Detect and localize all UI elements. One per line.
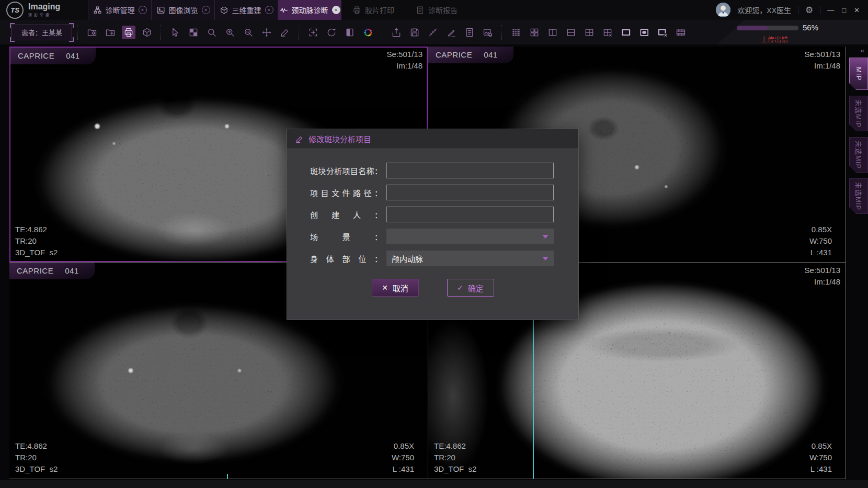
filmstrip-icon <box>676 27 686 38</box>
series-tab: CAPRICE041 <box>9 263 95 279</box>
nav-tab-label: 诊断管理 <box>106 5 135 15</box>
upload-percent: 56% <box>803 23 818 32</box>
report-doc-button[interactable] <box>463 26 476 39</box>
cancel-label: 取消 <box>393 282 408 293</box>
overlay-se: Se:501/13 <box>387 49 422 60</box>
dialog-title: 修改斑块分析项目 <box>309 133 371 144</box>
nav-tab-4[interactable]: 颈动脉诊断× <box>278 0 341 20</box>
patient-chip[interactable]: 患者：王某某 <box>12 25 72 40</box>
overlay-tr: TR:20 <box>15 235 58 247</box>
series-image-info: Se:501/13Im:1/48 <box>805 265 840 288</box>
corner-bracket <box>10 23 15 28</box>
image-export-button[interactable] <box>481 26 495 39</box>
close-button[interactable]: ✕ <box>854 7 860 14</box>
nav-tab-5[interactable]: 胶片打印 <box>341 0 405 20</box>
magnifier-button[interactable] <box>205 26 219 39</box>
avatar[interactable] <box>716 3 730 17</box>
toolbar-divider <box>501 25 502 40</box>
nav-tab-2[interactable]: 图像浏览× <box>151 0 214 20</box>
rotate-3d-button[interactable] <box>325 26 338 39</box>
layout-quad-button[interactable] <box>583 26 596 39</box>
nav-tab-label: 诊断报告 <box>428 5 458 15</box>
add-study-icon <box>105 27 116 38</box>
nav-tab-label: 颈动脉诊断 <box>292 5 328 15</box>
scene-select[interactable] <box>386 229 554 244</box>
mip-tab-4[interactable]: 未选MIP <box>849 178 868 214</box>
series-modality: CAPRICE <box>18 51 54 60</box>
image-export-icon <box>483 27 493 38</box>
mip-tab-2[interactable]: 未选MIP <box>849 96 868 131</box>
layout-rows-icon <box>566 27 576 38</box>
overlay-ellipse-button[interactable] <box>637 26 651 39</box>
layout-remove-button[interactable] <box>601 26 614 39</box>
overlay-remove-button[interactable] <box>656 26 669 39</box>
add-study-button[interactable] <box>104 26 117 39</box>
settings-gear-icon[interactable]: ⚙ <box>805 6 813 15</box>
mip-tab-label: 未选MIP <box>854 141 864 169</box>
open-study-button[interactable] <box>85 26 99 39</box>
measure-mark-button[interactable] <box>444 26 458 39</box>
zoom-2x-button[interactable]: ×2 <box>242 26 255 39</box>
nav-tab-label: 胶片打印 <box>365 5 394 15</box>
measure-line-button[interactable] <box>426 26 440 39</box>
layout-grid-button[interactable] <box>509 26 523 39</box>
layout-rows-button[interactable] <box>564 26 578 39</box>
volume-3d-button[interactable] <box>140 26 154 39</box>
layout-columns-button[interactable] <box>546 26 559 39</box>
annotate-button[interactable] <box>278 26 292 39</box>
mip-tab-3[interactable]: 未选MIP <box>849 137 868 173</box>
maximize-button[interactable]: □ <box>842 7 846 14</box>
pan-button[interactable] <box>260 26 273 39</box>
save-button[interactable] <box>408 26 421 39</box>
export-button[interactable] <box>390 26 403 39</box>
report-doc-icon <box>464 27 475 38</box>
color-wheel-button[interactable] <box>361 26 375 39</box>
toolbar-divider <box>382 25 383 40</box>
mip-tab-list: MIP未选MIP未选MIP未选MIP <box>847 58 868 214</box>
toolbar: 患者：王某某 ×2 56% 上传出错 <box>0 20 868 45</box>
nav-tab-3[interactable]: 三维重建× <box>214 0 278 20</box>
overlay-rect-button[interactable] <box>619 26 633 39</box>
confirm-button[interactable]: ✓ 确定 <box>447 279 494 297</box>
annotate-icon <box>280 27 290 38</box>
zoom-in-button[interactable] <box>223 26 237 39</box>
project-file-path-input[interactable] <box>386 185 554 200</box>
cube-icon <box>220 6 229 15</box>
dialog-titlebar: 修改斑块分析项目 <box>287 129 578 149</box>
mip-tab-label: 未选MIP <box>854 99 864 128</box>
creator-input[interactable] <box>386 207 554 222</box>
window-preset-button[interactable] <box>187 26 200 39</box>
toolbar-divider <box>77 25 78 40</box>
print-icon <box>352 6 361 15</box>
tab-close-icon[interactable]: × <box>265 6 273 14</box>
user-area: 欢迎您，XX医生 ⚙ —□✕ <box>716 0 868 20</box>
layout-2x2-button[interactable] <box>528 26 541 39</box>
nav-tab-1[interactable]: 诊断管理× <box>88 0 151 20</box>
tab-close-icon[interactable]: × <box>139 6 147 14</box>
project-file-path-label: 项目文件路径： <box>310 187 382 198</box>
frame-add-button[interactable] <box>306 26 320 39</box>
collapse-rail-icon[interactable]: « <box>847 47 868 54</box>
overlay-remove-icon <box>657 27 668 38</box>
svg-text:×2: ×2 <box>246 30 249 33</box>
body-part-select[interactable]: 颅内动脉 <box>386 251 554 266</box>
overlay-window: W:750 <box>809 452 832 463</box>
tab-close-icon[interactable]: × <box>202 6 210 14</box>
corner-bracket <box>69 37 74 42</box>
mip-tab-1[interactable]: MIP <box>849 58 868 90</box>
minimize-button[interactable]: — <box>827 7 834 14</box>
cursor-button[interactable] <box>168 26 182 39</box>
nav-tab-6[interactable]: 诊断报告 <box>405 0 468 20</box>
filmstrip-button[interactable] <box>674 26 688 39</box>
field-row-scene: 场景： <box>310 229 578 244</box>
plaque-project-name-input[interactable] <box>386 163 554 178</box>
print-button[interactable] <box>122 26 135 39</box>
overlay-im: Im:1/48 <box>805 60 840 72</box>
cancel-button[interactable]: ✕ 取消 <box>372 279 419 297</box>
mip-tab-label: MIP <box>855 67 863 81</box>
window-level-button[interactable] <box>343 26 357 39</box>
chevron-down-icon <box>542 257 549 260</box>
tab-close-icon[interactable]: × <box>332 6 340 14</box>
upload-progress-fill <box>737 26 768 30</box>
layout-grid-icon <box>511 27 521 38</box>
